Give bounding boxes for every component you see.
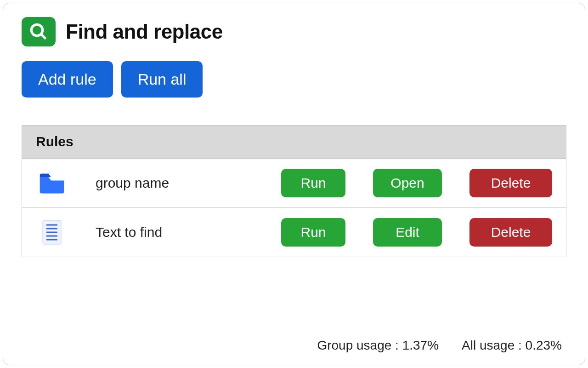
group-usage: Group usage : 1.37% [317,338,439,353]
svg-line-1 [41,34,45,38]
delete-button[interactable]: Delete [469,218,552,247]
find-replace-panel: Find and replace Add rule Run all Rules … [3,3,585,365]
rules-table-header: Rules [22,126,566,158]
delete-button[interactable]: Delete [469,169,552,197]
header-row: Find and replace [22,17,566,46]
footer-stats: Group usage : 1.37% All usage : 0.23% [22,334,566,356]
edit-button[interactable]: Edit [373,218,442,247]
page-title: Find and replace [66,20,223,43]
rule-label: Text to find [77,224,210,240]
run-button[interactable]: Run [281,169,345,197]
row-actions: Run Open Delete [281,169,552,197]
toolbar: Add rule Run all [22,61,566,98]
row-actions: Run Edit Delete [281,218,552,247]
table-row: group name Run Open Delete [22,158,566,207]
run-button[interactable]: Run [281,218,345,247]
add-rule-button[interactable]: Add rule [22,61,113,98]
search-icon [22,17,56,46]
folder-icon [36,172,68,194]
table-row: Text to find Run Edit Delete [22,207,566,257]
all-usage-value: 0.23% [526,338,562,352]
group-usage-label: Group usage : [317,338,398,352]
open-button[interactable]: Open [373,169,442,197]
all-usage-label: All usage : [462,338,522,352]
rules-table: Rules group name Run Open Delete [22,125,566,257]
rule-label: group name [77,175,210,191]
document-icon [36,219,68,245]
group-usage-value: 1.37% [402,338,439,352]
all-usage: All usage : 0.23% [462,338,562,353]
run-all-button[interactable]: Run all [121,61,203,98]
